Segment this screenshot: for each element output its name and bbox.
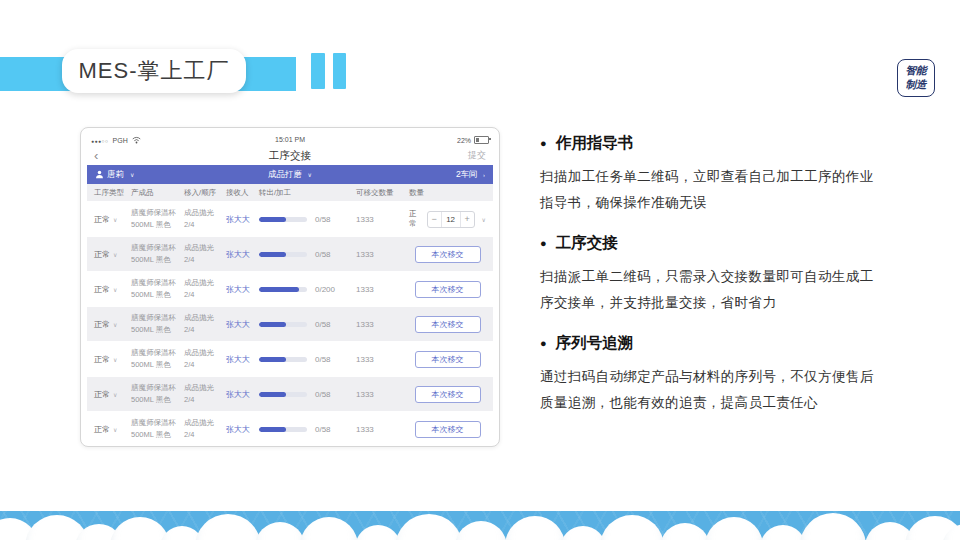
step-cell: 成品抛光 2/4 (184, 242, 226, 265)
user-icon (95, 170, 104, 179)
transfer-button[interactable]: 本次移交 (415, 421, 481, 438)
table-row: 正常∨ 膳魔师保温杯 500ML 黑色 成品抛光 2/4 张大大 0/200 1… (87, 271, 493, 306)
receiver-link[interactable]: 张大大 (226, 389, 259, 400)
transfer-button[interactable]: 本次移交 (415, 351, 481, 368)
progress-cell: 0/58 (259, 215, 356, 224)
receiver-link[interactable]: 张大大 (226, 249, 259, 260)
transfer-button[interactable]: 本次移交 (415, 386, 481, 403)
step-order: 2/4 (184, 219, 226, 231)
transferable-qty: 1333 (356, 285, 409, 294)
chevron-down-icon: ∨ (113, 217, 117, 223)
product-cell: 膳魔师保温杯 500ML 黑色 (131, 207, 184, 230)
progress-bar (259, 252, 307, 257)
transfer-button[interactable]: 本次移交 (415, 246, 481, 263)
feature-list: ●作用指导书 扫描加工任务单二维码，立即查看自己加工工序的作业指导书，确保操作准… (540, 133, 940, 433)
transfer-button[interactable]: 本次移交 (415, 281, 481, 298)
receiver-link[interactable]: 张大大 (226, 319, 259, 330)
chevron-down-icon: ∨ (307, 172, 311, 178)
product-cell: 膳魔师保温杯 500ML 黑色 (131, 417, 184, 440)
process-type-value: 正常 (94, 355, 110, 364)
feature-title: ●序列号追溯 (540, 333, 940, 353)
quantity-control: 正常 − 12 + ∨ (409, 209, 486, 229)
product-spec: 500ML 黑色 (131, 219, 184, 231)
action-cell: − + ∨ 本次移交 (409, 281, 486, 298)
product-cell: 膳魔师保温杯 500ML 黑色 (131, 312, 184, 335)
step-cell: 成品抛光 2/4 (184, 382, 226, 405)
action-cell: − + ∨ 本次移交 (409, 351, 486, 368)
transferable-qty: 1333 (356, 425, 409, 434)
bullet-icon: ● (540, 238, 547, 249)
slide: MES-掌上工厂 智能 制造 ●●●○○ PGH 15:01 PM 22% (0, 0, 960, 540)
progress-label: 0/200 (315, 285, 335, 294)
progress-bar (259, 322, 307, 327)
col-header-move-in-order: 移入/顺序 (184, 188, 226, 198)
receiver-link[interactable]: 张大大 (226, 424, 259, 435)
feature-serial-trace: ●序列号追溯 通过扫码自动绑定产品与材料的序列号，不仅方便售后质量追溯，也能有效… (540, 333, 940, 416)
quantity-stepper[interactable]: − 12 + (427, 211, 475, 228)
product-name: 膳魔师保温杯 (131, 347, 184, 359)
progress-bar (259, 287, 307, 292)
step-name: 成品抛光 (184, 312, 226, 324)
step-name: 成品抛光 (184, 382, 226, 394)
receiver-link[interactable]: 张大大 (226, 354, 259, 365)
workshop-name: 2车间 (456, 169, 478, 179)
product-spec: 500ML 黑色 (131, 289, 184, 301)
workshop-selector[interactable]: 2车间 › (456, 169, 485, 181)
process-type-value: 正常 (94, 250, 110, 259)
process-type-dropdown[interactable]: 正常∨ (94, 354, 131, 365)
bullet-icon: ● (540, 138, 547, 149)
progress-label: 0/58 (315, 250, 331, 259)
table-row: 正常∨ 膳魔师保温杯 500ML 黑色 成品抛光 2/4 张大大 0/58 13… (87, 376, 493, 411)
col-header-transferable-qty: 可移交数量 (356, 188, 409, 198)
process-type-value: 正常 (94, 285, 110, 294)
page-title: MES-掌上工厂 (62, 49, 246, 93)
step-cell: 成品抛光 2/4 (184, 347, 226, 370)
feature-body: 扫描加工任务单二维码，立即查看自己加工工序的作业指导书，确保操作准确无误 (540, 164, 882, 216)
step-cell: 成品抛光 2/4 (184, 417, 226, 440)
feature-work-instructions: ●作用指导书 扫描加工任务单二维码，立即查看自己加工工序的作业指导书，确保操作准… (540, 133, 940, 216)
bullet-icon: ● (540, 338, 547, 349)
table-body: 正常∨ 膳魔师保温杯 500ML 黑色 成品抛光 2/4 张大大 0/58 13… (87, 201, 493, 441)
step-order: 2/4 (184, 359, 226, 371)
receiver-link[interactable]: 张大大 (226, 284, 259, 295)
receiver-link[interactable]: 张大大 (226, 214, 259, 225)
feature-body: 扫描派工单二维码，只需录入交接数量即可自动生成工序交接单，并支持批量交接，省时省… (540, 264, 882, 316)
transferable-qty: 1333 (356, 355, 409, 364)
process-type-value: 正常 (94, 215, 110, 224)
action-cell: 正常 − 12 + ∨ (409, 209, 486, 229)
product-name: 膳魔师保温杯 (131, 207, 184, 219)
product-spec: 500ML 黑色 (131, 324, 184, 336)
feature-title-text: 作用指导书 (556, 133, 634, 153)
process-dropdown[interactable]: 成品打磨 ∨ (87, 169, 493, 181)
table-row: 正常∨ 膳魔师保温杯 500ML 黑色 成品抛光 2/4 张大大 0/58 13… (87, 411, 493, 441)
transfer-button[interactable]: 本次移交 (415, 316, 481, 333)
feature-process-handover: ●工序交接 扫描派工单二维码，只需录入交接数量即可自动生成工序交接单，并支持批量… (540, 233, 940, 316)
plus-button[interactable]: + (461, 212, 474, 227)
product-name: 膳魔师保温杯 (131, 242, 184, 254)
process-type-dropdown[interactable]: 正常∨ (94, 214, 131, 225)
chevron-down-icon: ∨ (130, 171, 134, 178)
submit-button[interactable]: 提交 (468, 149, 486, 162)
step-order: 2/4 (184, 429, 226, 441)
col-header-quantity: 数量 (409, 188, 486, 198)
process-type-dropdown[interactable]: 正常∨ (94, 424, 131, 435)
chevron-down-icon: ∨ (113, 252, 117, 258)
progress-cell: 0/58 (259, 320, 356, 329)
process-type-dropdown[interactable]: 正常∨ (94, 249, 131, 260)
process-type-dropdown[interactable]: 正常∨ (94, 319, 131, 330)
process-type-value: 正常 (94, 425, 110, 434)
progress-bar (259, 392, 307, 397)
minus-button[interactable]: − (428, 212, 441, 227)
step-order: 2/4 (184, 289, 226, 301)
process-type-dropdown[interactable]: 正常∨ (94, 389, 131, 400)
process-type-value: 正常 (94, 320, 110, 329)
product-cell: 膳魔师保温杯 500ML 黑色 (131, 242, 184, 265)
product-spec: 500ML 黑色 (131, 394, 184, 406)
process-type-dropdown[interactable]: 正常∨ (94, 284, 131, 295)
feature-title: ●工序交接 (540, 233, 940, 253)
step-order: 2/4 (184, 254, 226, 266)
col-header-transfer-out: 转出/加工 (259, 188, 356, 198)
col-header-product: 产成品 (131, 188, 184, 198)
user-dropdown[interactable]: 唐莉 ∨ (95, 169, 134, 181)
status-bar: ●●●○○ PGH 15:01 PM 22% (87, 133, 493, 146)
